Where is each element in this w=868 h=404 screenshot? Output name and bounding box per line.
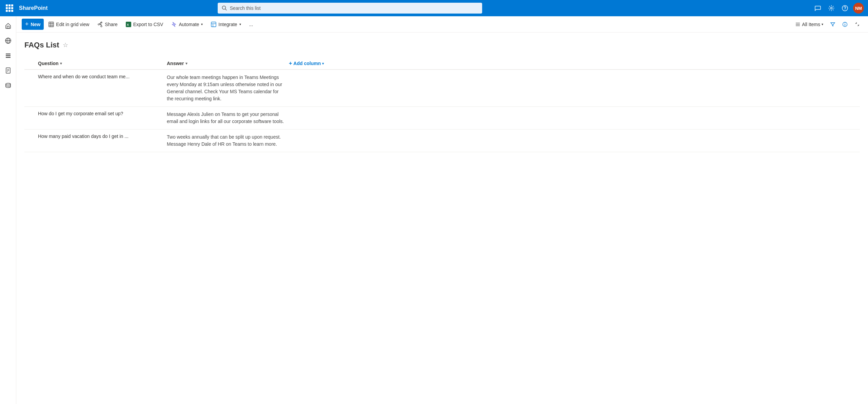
svg-text:X: X [127, 23, 129, 26]
svg-rect-11 [6, 57, 11, 58]
add-col-label: Add column [293, 61, 321, 66]
more-button[interactable]: ... [246, 20, 257, 29]
table-row: How do I get my corporate email set up? … [24, 107, 860, 129]
question-col-label: Question [38, 61, 59, 66]
excel-icon: X [126, 22, 131, 27]
row-answer-2: Two weeks annually that can be split up … [167, 129, 289, 152]
new-button[interactable]: + New [22, 19, 44, 30]
search-box [218, 3, 482, 14]
filter-icon [830, 22, 835, 27]
row-check-1[interactable] [24, 107, 38, 129]
collapse-icon [854, 22, 860, 27]
export-label: Export to CSV [133, 22, 163, 27]
automate-label: Automate [179, 22, 199, 27]
svg-rect-17 [49, 22, 54, 27]
svg-point-2 [830, 7, 832, 9]
svg-point-3 [842, 5, 848, 11]
svg-rect-5 [7, 26, 9, 28]
sidebar-item-globe[interactable] [1, 34, 15, 47]
automate-button[interactable]: Automate ▾ [168, 20, 206, 29]
sidebar-item-list[interactable] [1, 49, 15, 62]
plus-icon: + [25, 21, 29, 28]
svg-point-23 [101, 25, 102, 27]
info-icon [842, 22, 848, 27]
add-col-chevron-icon: ▾ [322, 62, 324, 65]
table-row: How many paid vacation days do I get in … [24, 129, 860, 152]
integrate-chevron-icon: ▾ [239, 22, 241, 26]
page-title: FAQs List [24, 41, 59, 49]
integrate-label: Integrate [218, 22, 237, 27]
row-question-0: Where and when do we conduct team me... [38, 69, 167, 107]
more-label: ... [249, 22, 253, 27]
svg-point-24 [98, 24, 99, 25]
main-content: FAQs List ☆ Question ▾ Answer ▾ [16, 33, 868, 404]
export-button[interactable]: X Export to CSV [122, 20, 167, 29]
view-chevron-icon: ▾ [822, 22, 823, 26]
automate-icon [171, 22, 177, 27]
col-header-check [24, 58, 38, 69]
toolbar-right: All Items ▾ [792, 20, 863, 29]
row-question-2: How many paid vacation days do I get in … [38, 129, 167, 152]
toolbar: + New Edit in grid view Share X Export t… [16, 16, 868, 33]
share-label: Share [105, 22, 117, 27]
new-label: New [31, 22, 41, 27]
svg-rect-10 [6, 55, 11, 56]
add-col-plus-icon: + [289, 60, 292, 66]
sidebar-item-home[interactable] [1, 19, 15, 33]
sidebar [0, 16, 16, 404]
col-header-question[interactable]: Question ▾ [38, 58, 167, 69]
row-answer-0: Our whole team meetings happen in Teams … [167, 69, 289, 107]
brand-name: SharePoint [19, 5, 47, 11]
answer-col-label: Answer [167, 61, 184, 66]
faqs-table: Question ▾ Answer ▾ + Add column ▾ [24, 58, 860, 152]
view-label: All Items [802, 22, 820, 27]
svg-point-4 [845, 9, 845, 10]
view-selector-button[interactable]: All Items ▾ [792, 20, 826, 29]
feedback-icon[interactable] [812, 3, 823, 14]
topbar-right: NM [812, 3, 864, 14]
filter-button[interactable] [827, 20, 838, 29]
answer-sort-icon: ▾ [185, 61, 188, 66]
row-extra-2 [289, 129, 860, 152]
share-button[interactable]: Share [94, 20, 121, 29]
row-extra-0 [289, 69, 860, 107]
row-answer-1: Message Alexis Julien on Teams to get yo… [167, 107, 289, 129]
settings-icon[interactable] [826, 3, 837, 14]
view-icon [795, 22, 801, 27]
user-avatar[interactable]: NM [853, 3, 864, 14]
edit-grid-icon [48, 22, 54, 27]
row-check-0[interactable] [24, 69, 38, 107]
favorite-icon[interactable]: ☆ [63, 41, 68, 49]
search-icon [222, 5, 227, 11]
svg-point-16 [6, 83, 11, 85]
share-icon [97, 22, 103, 27]
row-question-1: How do I get my corporate email set up? [38, 107, 167, 129]
edit-grid-button[interactable]: Edit in grid view [45, 20, 93, 29]
sidebar-item-doc[interactable] [1, 64, 15, 77]
table-row: Where and when do we conduct team me... … [24, 69, 860, 107]
integrate-button[interactable]: Integrate ▾ [208, 20, 244, 29]
automate-chevron-icon: ▾ [201, 22, 203, 26]
topbar: SharePoint NM [0, 0, 868, 16]
page-title-row: FAQs List ☆ [24, 41, 860, 49]
svg-rect-9 [6, 54, 11, 55]
row-check-2[interactable] [24, 129, 38, 152]
integrate-icon [211, 22, 216, 27]
edit-grid-label: Edit in grid view [56, 22, 89, 27]
collapse-button[interactable] [852, 20, 863, 29]
question-sort-icon: ▾ [60, 61, 62, 66]
svg-line-1 [225, 9, 226, 11]
svg-rect-27 [211, 22, 216, 27]
info-button[interactable] [840, 20, 850, 29]
sidebar-item-db[interactable] [1, 79, 15, 92]
svg-point-35 [845, 23, 845, 23]
search-input[interactable] [230, 5, 478, 11]
col-header-add[interactable]: + Add column ▾ [289, 58, 860, 69]
col-header-answer[interactable]: Answer ▾ [167, 58, 289, 69]
help-icon[interactable] [840, 3, 850, 14]
waffle-menu[interactable] [4, 3, 15, 14]
row-extra-1 [289, 107, 860, 129]
